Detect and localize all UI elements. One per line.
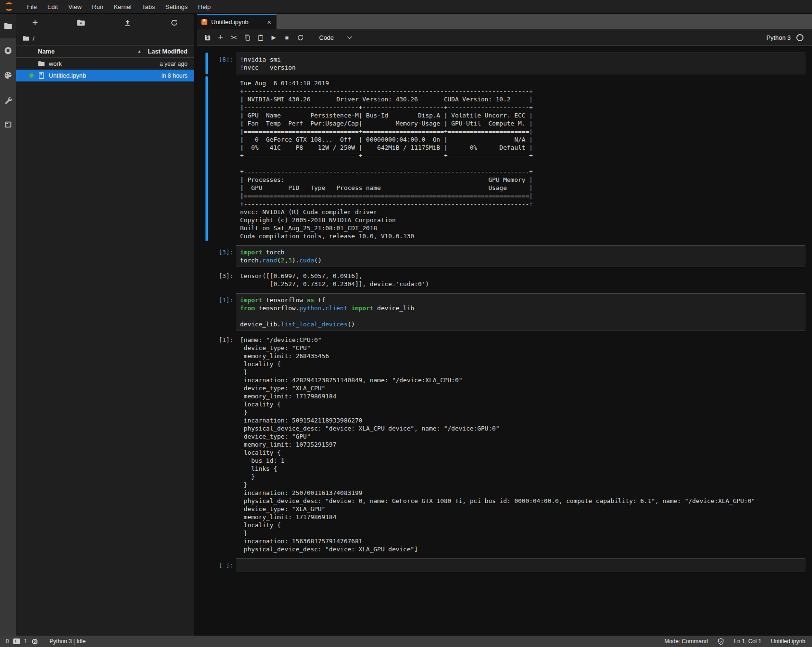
sidebar-tab-file-browser[interactable] [0, 14, 16, 38]
menu-settings[interactable]: Settings [160, 0, 193, 14]
notebook-toolbar: + ✂ ▶ ■ Code Python 3 [197, 29, 812, 46]
notebook-file-icon [201, 18, 208, 26]
menu-view[interactable]: View [63, 0, 87, 14]
new-launcher-button[interactable]: + [32, 18, 38, 27]
cell-output-area: [1]:[name: "/device:CPU:0" device_type: … [205, 333, 805, 554]
code-line: !nvcc --version [240, 63, 801, 72]
cell-output-area: Tue Aug 6 01:41:18 2019 +---------------… [205, 76, 805, 241]
file-list-header: Name ▲ Last Modified [16, 45, 194, 58]
add-cell-button[interactable]: + [214, 31, 227, 44]
kernel-name[interactable]: Python 3 [767, 34, 791, 41]
cell-input-area: [3]:import torchtorch.rand(2,3).cuda() [205, 245, 805, 267]
notebook-file-icon [38, 72, 45, 79]
cell-output-area: [3]:tensor([[0.6997, 0.5057, 0.0916], [0… [205, 269, 805, 289]
code-line [240, 561, 801, 569]
cell-code-editor[interactable]: import tensorflow as tffrom tensorflow.p… [236, 293, 805, 331]
interrupt-kernel-button[interactable]: ■ [280, 31, 294, 44]
kernel-running-dot [29, 73, 34, 78]
terminals-count: 0 [6, 638, 9, 645]
tab-title: Untitled.ipynb [211, 18, 261, 26]
menu-file[interactable]: File [22, 0, 42, 14]
command-mode-indicator[interactable]: Mode: Command [664, 638, 708, 645]
file-row-work[interactable]: work a year ago [16, 58, 194, 70]
terminal-icon: $_ [13, 638, 20, 644]
sort-caret-icon: ▲ [137, 49, 141, 54]
cell-code-editor[interactable]: import torchtorch.rand(2,3).cuda() [236, 245, 805, 267]
file-browser-panel: + / Name ▲ Last Modifi [16, 14, 194, 636]
kernel-status-icon[interactable] [796, 34, 803, 41]
cell-output-text: tensor([[0.6997, 0.5057, 0.0916], [0.252… [236, 269, 429, 289]
file-name: Untitled.ipynb [49, 72, 161, 79]
cut-cells-button[interactable]: ✂ [227, 31, 241, 44]
file-browser-toolbar: + [16, 14, 194, 32]
sidebar-tab-property-inspector[interactable] [0, 88, 16, 112]
code-line: device_lib.list_local_devices() [240, 320, 801, 328]
new-folder-icon [77, 18, 85, 27]
cell-code-editor[interactable]: !nvidia-smi!nvcc --version [236, 53, 805, 74]
folder-icon [38, 60, 45, 67]
dock-panel: Untitled.ipynb × + ✂ ▶ ■ [197, 14, 812, 636]
breadcrumb-root[interactable]: / [33, 35, 35, 42]
sidebar-tab-open-tabs[interactable] [0, 112, 16, 137]
cell-input-prompt: [3]: [208, 245, 236, 267]
code-line: import torch [240, 248, 801, 256]
cursor-position[interactable]: Ln 1, Col 1 [734, 638, 761, 645]
statusbar-right: Mode: Command Ln 1, Col 1 Untitled.ipynb [664, 638, 805, 645]
main-area: + / Name ▲ Last Modifi [0, 14, 812, 636]
kernel-chip-icon [31, 638, 38, 645]
code-line: torch.rand(2,3).cuda() [240, 256, 801, 264]
cell-output-prompt [208, 76, 236, 241]
menu-kernel[interactable]: Kernel [108, 0, 137, 14]
cell-output-prompt: [3]: [208, 269, 236, 289]
sidebar-tab-command-palette[interactable] [0, 63, 16, 88]
open-tabs-icon [4, 120, 12, 129]
file-row-untitled[interactable]: Untitled.ipynb in 8 hours [16, 70, 194, 81]
kernel-status-text[interactable]: Python 3 | Idle [49, 638, 86, 645]
file-name: work [49, 60, 160, 67]
cell-input-prompt: [8]: [208, 53, 236, 74]
upload-icon [124, 19, 132, 27]
file-modified: a year ago [160, 61, 187, 67]
code-line [240, 312, 801, 320]
running-sessions-icon [4, 46, 12, 55]
new-folder-button[interactable] [77, 18, 85, 27]
restart-kernel-button[interactable] [294, 31, 307, 44]
code-line: !nvidia-smi [240, 55, 801, 63]
cell-code-editor[interactable] [236, 558, 805, 572]
code-line: from tensorflow.python.client import dev… [240, 304, 801, 312]
jupyter-logo-icon [4, 1, 14, 12]
running-sessions-status[interactable]: 0 $_ 1 Python 3 | Idle [6, 638, 86, 645]
refresh-button[interactable] [170, 19, 178, 27]
trust-shield-icon[interactable] [717, 638, 724, 645]
code-line: import tensorflow as tf [240, 296, 801, 304]
statusbar-filename: Untitled.ipynb [771, 638, 805, 645]
tab-bar: Untitled.ipynb × [197, 14, 812, 29]
sidebar-tab-running-sessions[interactable] [0, 38, 16, 63]
cell-input-area: [8]:!nvidia-smi!nvcc --version [205, 53, 805, 74]
copy-cells-button[interactable] [241, 31, 254, 44]
breadcrumb[interactable]: / [16, 32, 194, 45]
upload-button[interactable] [124, 19, 132, 27]
menu-edit[interactable]: Edit [42, 0, 63, 14]
notebook-cells: [8]:!nvidia-smi!nvcc --versionTue Aug 6 … [197, 46, 812, 636]
menu-run[interactable]: Run [87, 0, 108, 14]
tab-untitled-ipynb[interactable]: Untitled.ipynb × [197, 14, 277, 29]
menu-bar: File Edit View Run Kernel Tabs Settings … [0, 0, 812, 14]
left-sidebar [0, 14, 16, 636]
cell-type-select[interactable]: Code [313, 33, 357, 43]
paste-cells-button[interactable] [254, 31, 267, 44]
save-button[interactable] [201, 31, 214, 44]
save-icon [204, 34, 211, 41]
notebook-cell: [1]:import tensorflow as tffrom tensorfl… [205, 291, 805, 557]
column-header-name[interactable]: Name ▲ [38, 48, 148, 55]
copy-icon [244, 34, 251, 41]
menu-help[interactable]: Help [193, 0, 216, 14]
cell-output-text: [name: "/device:CPU:0" device_type: "CPU… [236, 333, 755, 554]
column-header-last-modified[interactable]: Last Modified [148, 48, 187, 55]
menu-tabs[interactable]: Tabs [137, 0, 160, 14]
folder-icon [4, 22, 12, 30]
close-icon[interactable]: × [266, 18, 273, 26]
run-button[interactable]: ▶ [267, 31, 280, 44]
notebook-cell: [ ]: [205, 557, 805, 575]
kernels-count: 1 [24, 638, 27, 645]
